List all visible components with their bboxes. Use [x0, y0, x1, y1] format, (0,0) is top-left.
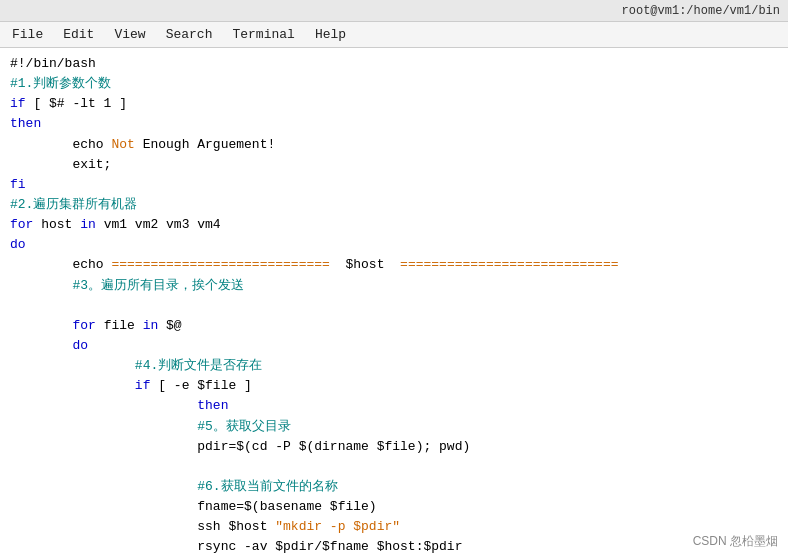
line-comment6: #6.获取当前文件的名称: [10, 477, 778, 497]
title-bar: root@vm1:/home/vm1/bin: [0, 0, 788, 22]
line-comment2: #2.遍历集群所有机器: [10, 195, 778, 215]
line-do2: do: [10, 336, 778, 356]
line-echo2: echo ============================ $host …: [10, 255, 778, 275]
watermark-text: CSDN 忽柗墨烟: [693, 534, 778, 548]
line-comment1: #1.判断参数个数: [10, 74, 778, 94]
line-shebang: #!/bin/bash: [10, 54, 778, 74]
line-blank1: [10, 296, 778, 316]
menu-bar: File Edit View Search Terminal Help: [0, 22, 788, 48]
line-rsync: rsync -av $pdir/$fname $host:$pdir: [10, 537, 778, 557]
line-exit1: exit;: [10, 155, 778, 175]
menu-view[interactable]: View: [110, 26, 149, 43]
line-fi1: fi: [10, 175, 778, 195]
line-do1: do: [10, 235, 778, 255]
line-if2: if [ -e $file ]: [10, 376, 778, 396]
menu-help[interactable]: Help: [311, 26, 350, 43]
line-pdir: pdir=$(cd -P $(dirname $file); pwd): [10, 437, 778, 457]
line-for2: for file in $@: [10, 316, 778, 336]
menu-file[interactable]: File: [8, 26, 47, 43]
line-then1: then: [10, 114, 778, 134]
line-if1: if [ $# -lt 1 ]: [10, 94, 778, 114]
line-ssh: ssh $host "mkdir -p $pdir": [10, 517, 778, 537]
line-for1: for host in vm1 vm2 vm3 vm4: [10, 215, 778, 235]
line-comment5: #5。获取父目录: [10, 417, 778, 437]
line-comment4: #4.判断文件是否存在: [10, 356, 778, 376]
line-blank2: [10, 457, 778, 477]
menu-terminal[interactable]: Terminal: [228, 26, 298, 43]
menu-edit[interactable]: Edit: [59, 26, 98, 43]
line-comment3: #3。遍历所有目录，挨个发送: [10, 276, 778, 296]
line-echo1: echo Not Enough Arguement!: [10, 135, 778, 155]
title-text: root@vm1:/home/vm1/bin: [622, 4, 780, 18]
line-fname: fname=$(basename $file): [10, 497, 778, 517]
menu-search[interactable]: Search: [162, 26, 217, 43]
watermark: CSDN 忽柗墨烟: [693, 533, 778, 550]
line-then2: then: [10, 396, 778, 416]
terminal-content[interactable]: #!/bin/bash #1.判断参数个数 if [ $# -lt 1 ] th…: [0, 48, 788, 558]
